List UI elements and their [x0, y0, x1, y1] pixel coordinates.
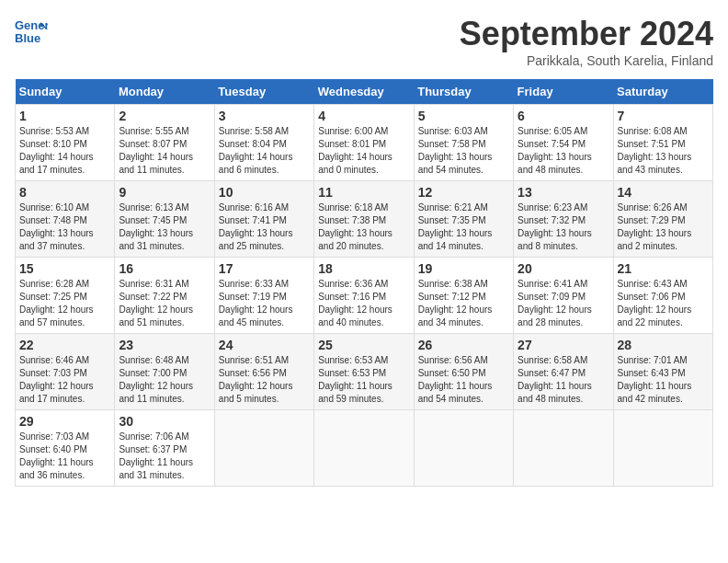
day-info: Sunrise: 6:36 AMSunset: 7:16 PMDaylight:…	[318, 278, 409, 329]
day-info: Sunrise: 7:03 AMSunset: 6:40 PMDaylight:…	[19, 431, 110, 482]
day-info: Sunrise: 6:53 AMSunset: 6:53 PMDaylight:…	[318, 354, 409, 406]
calendar-cell: 19Sunrise: 6:38 AMSunset: 7:12 PMDayligh…	[414, 258, 513, 334]
day-info: Sunrise: 6:05 AMSunset: 7:54 PMDaylight:…	[518, 125, 609, 177]
calendar-cell: 30Sunrise: 7:06 AMSunset: 6:37 PMDayligh…	[115, 410, 214, 487]
day-number: 4	[318, 109, 409, 123]
calendar-cell: 8Sunrise: 6:10 AMSunset: 7:48 PMDaylight…	[16, 181, 115, 258]
day-number: 14	[618, 185, 709, 200]
day-number: 21	[618, 261, 709, 276]
day-number: 19	[418, 261, 509, 276]
calendar-cell: 21Sunrise: 6:43 AMSunset: 7:06 PMDayligh…	[613, 258, 712, 334]
svg-text:Blue: Blue	[15, 31, 40, 45]
day-number: 3	[219, 109, 310, 123]
calendar-week-row: 8Sunrise: 6:10 AMSunset: 7:48 PMDaylight…	[16, 181, 713, 258]
day-info: Sunrise: 6:51 AMSunset: 6:56 PMDaylight:…	[219, 354, 310, 406]
calendar-cell: 7Sunrise: 6:08 AMSunset: 7:51 PMDaylight…	[613, 105, 712, 181]
calendar-cell: 28Sunrise: 7:01 AMSunset: 6:43 PMDayligh…	[613, 334, 712, 410]
calendar-week-row: 29Sunrise: 7:03 AMSunset: 6:40 PMDayligh…	[16, 410, 713, 487]
day-info: Sunrise: 6:33 AMSunset: 7:19 PMDaylight:…	[219, 278, 310, 329]
day-info: Sunrise: 6:23 AMSunset: 7:32 PMDaylight:…	[518, 201, 609, 253]
calendar-cell: 4Sunrise: 6:00 AMSunset: 8:01 PMDaylight…	[314, 105, 414, 181]
calendar-cell	[613, 410, 712, 487]
day-info: Sunrise: 6:28 AMSunset: 7:25 PMDaylight:…	[19, 278, 110, 329]
logo-graphic: General Blue	[15, 15, 48, 48]
day-info: Sunrise: 6:08 AMSunset: 7:51 PMDaylight:…	[618, 125, 709, 177]
calendar-cell: 20Sunrise: 6:41 AMSunset: 7:09 PMDayligh…	[514, 258, 613, 334]
weekday-header: Friday	[514, 79, 613, 105]
weekday-header-row: SundayMondayTuesdayWednesdayThursdayFrid…	[16, 79, 713, 105]
day-number: 26	[418, 338, 509, 352]
calendar-cell: 13Sunrise: 6:23 AMSunset: 7:32 PMDayligh…	[514, 181, 613, 258]
calendar-cell: 14Sunrise: 6:26 AMSunset: 7:29 PMDayligh…	[613, 181, 712, 258]
calendar-cell: 9Sunrise: 6:13 AMSunset: 7:45 PMDaylight…	[115, 181, 214, 258]
day-info: Sunrise: 6:56 AMSunset: 6:50 PMDaylight:…	[418, 354, 509, 406]
day-info: Sunrise: 5:58 AMSunset: 8:04 PMDaylight:…	[219, 125, 310, 177]
calendar-cell: 26Sunrise: 6:56 AMSunset: 6:50 PMDayligh…	[414, 334, 513, 410]
weekday-header: Saturday	[613, 79, 712, 105]
day-number: 25	[318, 338, 409, 352]
day-info: Sunrise: 6:38 AMSunset: 7:12 PMDaylight:…	[418, 278, 509, 329]
calendar-cell: 11Sunrise: 6:18 AMSunset: 7:38 PMDayligh…	[314, 181, 414, 258]
calendar-cell	[514, 410, 613, 487]
calendar-cell	[314, 410, 414, 487]
day-number: 22	[19, 338, 110, 352]
day-number: 29	[19, 414, 110, 429]
calendar-cell: 23Sunrise: 6:48 AMSunset: 7:00 PMDayligh…	[115, 334, 214, 410]
location-subtitle: Parikkala, South Karelia, Finland	[460, 53, 713, 68]
day-info: Sunrise: 5:53 AMSunset: 8:10 PMDaylight:…	[19, 125, 110, 177]
day-number: 16	[119, 261, 210, 276]
calendar-cell: 5Sunrise: 6:03 AMSunset: 7:58 PMDaylight…	[414, 105, 513, 181]
day-info: Sunrise: 6:48 AMSunset: 7:00 PMDaylight:…	[119, 354, 210, 406]
day-number: 2	[119, 109, 210, 123]
calendar-cell: 16Sunrise: 6:31 AMSunset: 7:22 PMDayligh…	[115, 258, 214, 334]
calendar-cell	[214, 410, 313, 487]
day-number: 5	[418, 109, 509, 123]
day-number: 27	[518, 338, 609, 352]
calendar-cell: 2Sunrise: 5:55 AMSunset: 8:07 PMDaylight…	[115, 105, 214, 181]
calendar-cell: 3Sunrise: 5:58 AMSunset: 8:04 PMDaylight…	[214, 105, 313, 181]
day-number: 24	[219, 338, 310, 352]
calendar-cell: 24Sunrise: 6:51 AMSunset: 6:56 PMDayligh…	[214, 334, 313, 410]
day-number: 30	[119, 414, 210, 429]
day-number: 8	[19, 185, 110, 200]
calendar-week-row: 15Sunrise: 6:28 AMSunset: 7:25 PMDayligh…	[16, 258, 713, 334]
calendar-cell: 1Sunrise: 5:53 AMSunset: 8:10 PMDaylight…	[16, 105, 115, 181]
day-number: 11	[318, 185, 409, 200]
day-info: Sunrise: 6:41 AMSunset: 7:09 PMDaylight:…	[518, 278, 609, 329]
day-number: 10	[219, 185, 310, 200]
day-info: Sunrise: 6:26 AMSunset: 7:29 PMDaylight:…	[618, 201, 709, 253]
day-info: Sunrise: 6:21 AMSunset: 7:35 PMDaylight:…	[418, 201, 509, 253]
day-number: 1	[19, 109, 110, 123]
day-number: 28	[618, 338, 709, 352]
day-info: Sunrise: 6:43 AMSunset: 7:06 PMDaylight:…	[618, 278, 709, 329]
day-number: 12	[418, 185, 509, 200]
day-number: 6	[518, 109, 609, 123]
calendar-cell: 25Sunrise: 6:53 AMSunset: 6:53 PMDayligh…	[314, 334, 414, 410]
weekday-header: Tuesday	[214, 79, 313, 105]
calendar-cell: 22Sunrise: 6:46 AMSunset: 7:03 PMDayligh…	[16, 334, 115, 410]
page-header: General Blue September 2024 Parikkala, S…	[15, 15, 713, 68]
day-info: Sunrise: 6:00 AMSunset: 8:01 PMDaylight:…	[318, 125, 409, 177]
day-info: Sunrise: 6:16 AMSunset: 7:41 PMDaylight:…	[219, 201, 310, 253]
day-number: 20	[518, 261, 609, 276]
day-number: 13	[518, 185, 609, 200]
day-info: Sunrise: 6:03 AMSunset: 7:58 PMDaylight:…	[418, 125, 509, 177]
calendar-cell: 12Sunrise: 6:21 AMSunset: 7:35 PMDayligh…	[414, 181, 513, 258]
logo: General Blue	[15, 15, 48, 48]
calendar-cell: 18Sunrise: 6:36 AMSunset: 7:16 PMDayligh…	[314, 258, 414, 334]
day-number: 7	[618, 109, 709, 123]
weekday-header: Wednesday	[314, 79, 414, 105]
day-number: 18	[318, 261, 409, 276]
day-number: 23	[119, 338, 210, 352]
day-info: Sunrise: 7:06 AMSunset: 6:37 PMDaylight:…	[119, 431, 210, 482]
logo-svg: General Blue	[15, 15, 48, 48]
calendar-cell: 6Sunrise: 6:05 AMSunset: 7:54 PMDaylight…	[514, 105, 613, 181]
day-info: Sunrise: 5:55 AMSunset: 8:07 PMDaylight:…	[119, 125, 210, 177]
month-title: September 2024	[460, 15, 713, 53]
day-info: Sunrise: 6:31 AMSunset: 7:22 PMDaylight:…	[119, 278, 210, 329]
calendar-table: SundayMondayTuesdayWednesdayThursdayFrid…	[15, 79, 713, 487]
day-info: Sunrise: 6:13 AMSunset: 7:45 PMDaylight:…	[119, 201, 210, 253]
day-info: Sunrise: 6:10 AMSunset: 7:48 PMDaylight:…	[19, 201, 110, 253]
weekday-header: Monday	[115, 79, 214, 105]
day-info: Sunrise: 7:01 AMSunset: 6:43 PMDaylight:…	[618, 354, 709, 406]
